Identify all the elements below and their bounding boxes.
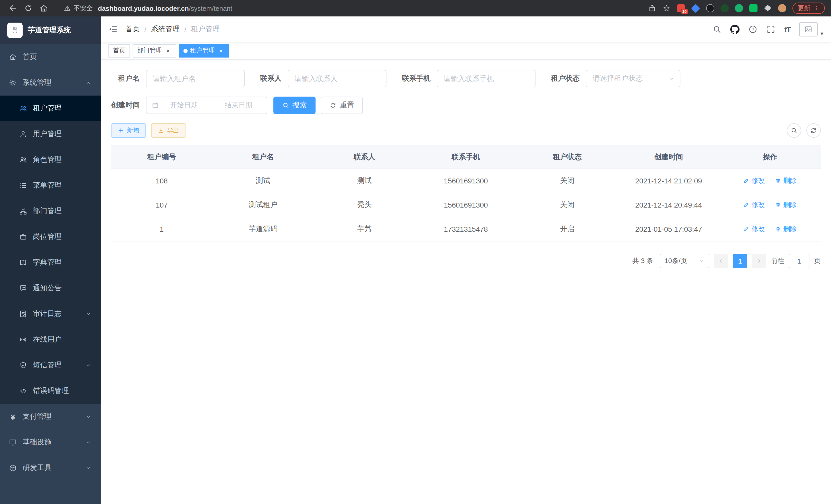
breadcrumb-home[interactable]: 首页 xyxy=(125,25,140,34)
toggle-search-button[interactable] xyxy=(787,123,801,138)
site-security-chip[interactable]: 不安全 xyxy=(64,4,93,12)
sidebar-item-error-code[interactable]: 错误码管理 xyxy=(0,378,101,404)
reset-button[interactable]: 重置 xyxy=(321,97,363,114)
delete-row-button[interactable]: 删除 xyxy=(775,225,797,234)
extension-red-icon[interactable]: 10 xyxy=(677,4,685,12)
caret-down-icon: ▾ xyxy=(821,31,823,36)
export-button[interactable]: 导出 xyxy=(151,123,186,138)
address-bar[interactable]: dashboard.yudao.iocoder.cn/system/tenant xyxy=(98,4,232,12)
filter-mobile: 联系手机 xyxy=(402,70,536,87)
trash-icon xyxy=(775,226,781,232)
extensions-puzzle-icon[interactable] xyxy=(764,4,772,12)
current-page-button[interactable]: 1 xyxy=(733,254,747,268)
github-icon[interactable] xyxy=(730,25,740,34)
status-label: 租户状态 xyxy=(551,74,586,83)
sidebar-item-menu[interactable]: 菜单管理 xyxy=(0,173,101,198)
sidebar-item-sms[interactable]: 短信管理 xyxy=(0,352,101,378)
mobile-input[interactable] xyxy=(437,70,536,87)
tenant-name-input[interactable] xyxy=(146,70,245,87)
browser-reload-button[interactable] xyxy=(22,2,35,14)
refresh-table-button[interactable] xyxy=(806,123,821,138)
extension-green-icon[interactable] xyxy=(735,4,743,12)
breadcrumb-system[interactable]: 系统管理 xyxy=(151,25,180,34)
browser-back-button[interactable] xyxy=(6,2,20,14)
sidebar-item-post[interactable]: 岗位管理 xyxy=(0,224,101,250)
sidebar-item-online-user[interactable]: 在线用户 xyxy=(0,327,101,352)
profile-avatar[interactable] xyxy=(778,4,786,12)
goto-label: 前往 xyxy=(771,256,784,266)
sidebar-item-role[interactable]: 角色管理 xyxy=(0,147,101,173)
chevron-down-icon xyxy=(85,311,91,317)
home-icon xyxy=(8,53,18,61)
post-briefcase-icon xyxy=(19,233,28,241)
sidebar-item-user[interactable]: 用户管理 xyxy=(0,121,101,147)
tag-tenant[interactable]: 租户管理 × xyxy=(179,44,229,57)
close-icon[interactable]: × xyxy=(165,47,172,54)
col-status: 租户状态 xyxy=(516,145,618,169)
next-page-button[interactable] xyxy=(752,254,766,268)
share-icon[interactable] xyxy=(648,4,656,12)
status-text: 开启 xyxy=(516,217,618,241)
sms-shield-icon xyxy=(19,361,28,369)
sidebar-item-home[interactable]: 首页 xyxy=(0,44,101,70)
gear-icon xyxy=(8,79,18,87)
prev-page-button[interactable] xyxy=(714,254,728,268)
tag-home[interactable]: 首页 xyxy=(109,44,130,57)
sidebar-item-audit-log[interactable]: 审计日志 xyxy=(0,301,101,327)
search-button[interactable]: 搜索 xyxy=(274,97,316,114)
bookmark-star-icon[interactable] xyxy=(662,4,671,12)
delete-row-button[interactable]: 删除 xyxy=(775,176,797,185)
create-time-label: 创建时间 xyxy=(111,101,146,110)
search-icon[interactable] xyxy=(713,25,722,34)
chevron-down-icon xyxy=(85,362,91,368)
chrome-update-button[interactable]: 更新 xyxy=(793,3,825,14)
fullscreen-icon[interactable] xyxy=(767,25,776,34)
extension-chat-icon[interactable] xyxy=(749,4,757,12)
warning-triangle-icon xyxy=(64,5,71,12)
sidebar-item-dict[interactable]: 字典管理 xyxy=(0,250,101,275)
date-range-picker[interactable]: 开始日期 - 结束日期 xyxy=(146,97,267,114)
edit-row-button[interactable]: 修改 xyxy=(743,200,765,210)
tag-dept[interactable]: 部门管理 × xyxy=(133,44,176,57)
sidebar-item-notice[interactable]: 通知公告 xyxy=(0,275,101,301)
help-question-icon[interactable] xyxy=(748,25,758,34)
browser-home-button[interactable] xyxy=(37,2,50,14)
org-tree-icon xyxy=(19,207,28,215)
sidebar-item-system[interactable]: 系统管理 xyxy=(0,70,101,95)
add-button[interactable]: 新增 xyxy=(111,123,146,138)
filter-create-time: 创建时间 开始日期 - 结束日期 xyxy=(111,97,267,114)
sidebar-item-dev-tools[interactable]: 研发工具 xyxy=(0,455,101,481)
user-avatar[interactable] xyxy=(799,22,818,36)
extension-darkgreen-icon[interactable] xyxy=(720,4,729,12)
rabbit-logo-icon xyxy=(7,23,23,38)
sidebar-item-tenant[interactable]: 租户管理 xyxy=(0,95,101,121)
sidebar: 芋道管理系统 首页 系统管理 租户管理 xyxy=(0,17,101,504)
total-count: 共 3 条 xyxy=(632,256,653,266)
status-text: 关闭 xyxy=(516,169,618,193)
edit-row-button[interactable]: 修改 xyxy=(743,176,765,185)
edit-row-button[interactable]: 修改 xyxy=(743,225,765,234)
font-size-icon[interactable]: tT xyxy=(784,25,791,34)
browser-toolbar: 不安全 dashboard.yudao.iocoder.cn/system/te… xyxy=(0,0,831,17)
breadcrumb-separator: / xyxy=(184,25,187,33)
app-logo[interactable]: 芋道管理系统 xyxy=(0,17,101,44)
extension-blue-icon[interactable] xyxy=(691,4,700,13)
sidebar-item-dept[interactable]: 部门管理 xyxy=(0,198,101,224)
pagination: 共 3 条 10条/页 1 前往 页 xyxy=(111,254,821,268)
contact-input[interactable] xyxy=(288,70,386,87)
page-size-select[interactable]: 10条/页 xyxy=(660,254,709,268)
kebab-menu-icon[interactable] xyxy=(813,5,820,11)
close-icon[interactable]: × xyxy=(218,47,225,54)
chevron-down-icon xyxy=(668,76,675,82)
hamburger-icon[interactable] xyxy=(109,25,118,34)
user-avatar-dropdown[interactable]: ▾ xyxy=(799,22,823,36)
status-select[interactable]: 请选择租户状态 xyxy=(586,70,681,87)
dict-book-icon xyxy=(19,259,28,267)
sidebar-item-infra[interactable]: 基础设施 xyxy=(0,429,101,455)
extension-dark-icon[interactable] xyxy=(706,4,714,12)
delete-row-button[interactable]: 删除 xyxy=(775,200,797,210)
col-actions: 操作 xyxy=(719,145,821,169)
goto-page-input[interactable] xyxy=(789,254,809,268)
sidebar-item-pay[interactable]: ¥ 支付管理 xyxy=(0,404,101,429)
breadcrumb: 首页 / 系统管理 / 租户管理 xyxy=(125,25,220,34)
